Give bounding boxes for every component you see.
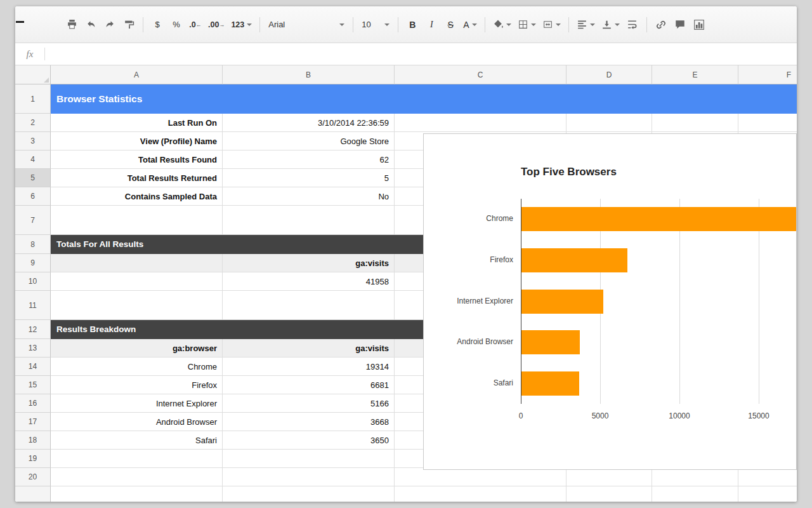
column-header-C[interactable]: C (395, 65, 566, 84)
cell-A19[interactable] (51, 450, 223, 468)
cell-B16[interactable]: 5166 (223, 394, 395, 413)
merge-cells-button[interactable] (539, 16, 564, 34)
cell-B15[interactable]: 6681 (223, 376, 395, 394)
row-header-20[interactable]: 20 (15, 468, 51, 486)
select-all-corner[interactable] (15, 65, 51, 84)
row-header-4[interactable]: 4 (15, 150, 51, 169)
cell-A17[interactable]: Android Browser (51, 413, 223, 431)
cell-A10[interactable] (51, 272, 223, 291)
format-percent-button[interactable]: % (167, 16, 186, 34)
strikethrough-button[interactable]: S (441, 16, 460, 34)
cell-A14[interactable]: Chrome (51, 358, 223, 376)
row-header-21[interactable] (15, 486, 51, 502)
cell-B18[interactable]: 3650 (223, 431, 395, 450)
cell-B9[interactable]: ga:visits (223, 254, 395, 272)
cell-C21[interactable] (395, 486, 566, 502)
row-header-6[interactable]: 6 (15, 187, 51, 206)
column-header-D[interactable]: D (566, 65, 652, 84)
cell-A11[interactable] (51, 291, 223, 320)
cell-A2[interactable]: Last Run On (51, 114, 223, 132)
row-header-17[interactable]: 17 (15, 413, 51, 431)
cell-B17[interactable]: 3668 (223, 413, 395, 431)
cell-B5[interactable]: 5 (223, 169, 395, 187)
row-header-16[interactable]: 16 (15, 394, 51, 413)
cell-A21[interactable] (51, 486, 223, 502)
cell-B21[interactable] (223, 486, 395, 502)
row-header-1[interactable]: 1 (15, 84, 51, 114)
number-format-button[interactable]: 123 (228, 16, 255, 34)
row-header-7[interactable]: 7 (15, 206, 51, 235)
insert-chart-button[interactable] (690, 16, 709, 34)
decrease-decimal-button[interactable]: .0← (186, 16, 205, 34)
cell-B11[interactable] (223, 291, 395, 320)
cell-A3[interactable]: View (Profile) Name (51, 132, 223, 150)
row-header-10[interactable]: 10 (15, 272, 51, 291)
borders-button[interactable] (514, 16, 539, 34)
horizontal-align-button[interactable] (573, 16, 598, 34)
cell-F20[interactable] (738, 468, 797, 486)
row-header-19[interactable]: 19 (15, 450, 51, 468)
print-button[interactable] (62, 16, 81, 34)
insert-link-button[interactable] (652, 16, 671, 34)
column-header-E[interactable]: E (652, 65, 738, 84)
cell-B2[interactable]: 3/10/2014 22:36:59 (223, 114, 395, 132)
cell-B6[interactable]: No (223, 187, 395, 206)
row-header-12[interactable]: 12 (15, 320, 51, 339)
paint-format-button[interactable] (119, 16, 138, 34)
font-family-select[interactable]: Arial (265, 16, 348, 34)
row-header-18[interactable]: 18 (15, 431, 51, 450)
cell-A5[interactable]: Total Results Returned (51, 169, 223, 187)
cell-B20[interactable] (223, 468, 395, 486)
undo-button[interactable] (81, 16, 100, 34)
cell-A15[interactable]: Firefox (51, 376, 223, 394)
cell-E2[interactable] (652, 114, 738, 132)
cell-A13[interactable]: ga:browser (51, 339, 223, 358)
cell-B4[interactable]: 62 (223, 150, 395, 169)
cell-A16[interactable]: Internet Explorer (51, 394, 223, 413)
row-header-3[interactable]: 3 (15, 132, 51, 150)
insert-comment-button[interactable] (671, 16, 690, 34)
cell-A1[interactable]: Browser Statistics (51, 84, 797, 114)
column-header-A[interactable]: A (51, 65, 223, 84)
row-header-11[interactable]: 11 (15, 291, 51, 320)
cell-C2[interactable] (395, 114, 566, 132)
cell-A6[interactable]: Contains Sampled Data (51, 187, 223, 206)
cell-D20[interactable] (566, 468, 652, 486)
cell-A18[interactable]: Safari (51, 431, 223, 450)
row-header-14[interactable]: 14 (15, 358, 51, 376)
row-header-9[interactable]: 9 (15, 254, 51, 272)
cell-B10[interactable]: 41958 (223, 272, 395, 291)
cell-A20[interactable] (51, 468, 223, 486)
text-color-button[interactable]: A (460, 16, 480, 34)
row-header-2[interactable]: 2 (15, 114, 51, 132)
cell-D21[interactable] (566, 486, 652, 502)
cell-F2[interactable] (738, 114, 797, 132)
column-header-B[interactable]: B (223, 65, 395, 84)
cell-A4[interactable]: Total Results Found (51, 150, 223, 169)
cell-A9[interactable] (51, 254, 223, 272)
cell-B3[interactable]: Google Store (223, 132, 395, 150)
increase-decimal-button[interactable]: .00→ (205, 16, 228, 34)
embedded-chart[interactable]: Top Five Browsers 050001000015000ChromeF… (423, 133, 797, 470)
cell-B19[interactable] (223, 450, 395, 468)
cell-B7[interactable] (223, 206, 395, 235)
font-size-select[interactable]: 10 (358, 16, 393, 34)
format-currency-button[interactable]: $ (148, 16, 167, 34)
cell-B13[interactable]: ga:visits (223, 339, 395, 358)
italic-button[interactable]: I (422, 16, 441, 34)
cell-E21[interactable] (652, 486, 738, 502)
row-header-5[interactable]: 5 (15, 169, 51, 187)
cell-E20[interactable] (652, 468, 738, 486)
row-header-15[interactable]: 15 (15, 376, 51, 394)
cell-D2[interactable] (566, 114, 652, 132)
cell-A7[interactable] (51, 206, 223, 235)
cell-F21[interactable] (738, 486, 797, 502)
row-header-8[interactable]: 8 (15, 235, 51, 254)
fill-color-button[interactable] (490, 16, 514, 34)
cell-C20[interactable] (395, 468, 566, 486)
formula-input[interactable] (45, 43, 797, 65)
redo-button[interactable] (100, 16, 119, 34)
bold-button[interactable]: B (403, 16, 422, 34)
cell-B14[interactable]: 19314 (223, 358, 395, 376)
row-header-13[interactable]: 13 (15, 339, 51, 358)
